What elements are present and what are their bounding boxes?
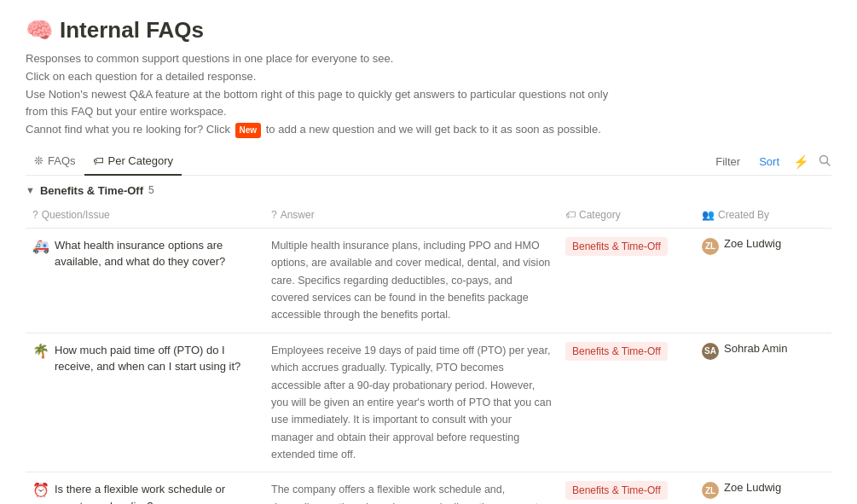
question-text: What health insurance options are availa… — [55, 237, 258, 270]
cell-answer: Employees receive 19 days of paid time o… — [264, 333, 559, 472]
answer-text: Multiple health insurance plans, includi… — [271, 240, 550, 322]
col-header-category: 🏷 Category — [559, 206, 695, 224]
tab-faqs-label: FAQs — [48, 154, 76, 167]
group-count: 5 — [148, 184, 154, 196]
page-title: Internal FAQs — [60, 17, 204, 43]
page-title-row: 🧠 Internal FAQs — [26, 17, 831, 43]
tabs-bar: ❊ FAQs 🏷 Per Category Filter Sort ⚡ — [26, 149, 831, 176]
creator-name: Zoe Ludwig — [724, 237, 781, 250]
col-header-created-by: 👥 Created By — [695, 206, 831, 224]
cell-created-by: ZL Zoe Ludwig — [695, 472, 831, 504]
page-container: 🧠 Internal FAQs Responses to common supp… — [0, 0, 857, 504]
column-headers: ? Question/Issue ? Answer 🏷 Category 👥 C… — [26, 202, 831, 229]
toolbar-right: Filter Sort ⚡ — [710, 152, 831, 171]
cell-created-by: ZL Zoe Ludwig — [695, 229, 831, 264]
cell-category: Benefits & Time-Off — [559, 472, 695, 504]
cell-category: Benefits & Time-Off — [559, 333, 695, 369]
question-emoji: ⏰ — [32, 482, 49, 498]
tab-per-category[interactable]: 🏷 Per Category — [84, 149, 182, 176]
avatar: ZL — [702, 238, 719, 255]
group-name: Benefits & Time-Off — [40, 184, 143, 197]
svg-line-1 — [827, 163, 831, 166]
cell-question: 🚑 What health insurance options are avai… — [26, 229, 264, 279]
question-text: How much paid time off (PTO) do I receiv… — [55, 342, 258, 375]
category-badge: Benefits & Time-Off — [565, 481, 668, 500]
category-col-icon: 🏷 — [565, 209, 576, 221]
question-emoji: 🌴 — [32, 343, 49, 359]
faq-rows-container: 🚑 What health insurance options are avai… — [26, 229, 831, 504]
group-header: ▼ Benefits & Time-Off 5 — [26, 176, 831, 202]
tab-faqs[interactable]: ❊ FAQs — [26, 149, 84, 176]
question-text: Is there a flexible work schedule or rem… — [55, 481, 258, 504]
sort-button[interactable]: Sort — [754, 152, 785, 171]
new-badge[interactable]: New — [235, 123, 262, 138]
question-emoji: 🚑 — [32, 238, 49, 254]
table-row[interactable]: 🚑 What health insurance options are avai… — [26, 229, 831, 333]
search-icon[interactable] — [818, 154, 831, 170]
table-row[interactable]: ⏰ Is there a flexible work schedule or r… — [26, 472, 831, 504]
cell-category: Benefits & Time-Off — [559, 229, 695, 264]
cell-question: ⏰ Is there a flexible work schedule or r… — [26, 472, 264, 504]
avatar: ZL — [702, 482, 719, 499]
answer-text: Employees receive 19 days of paid time o… — [271, 345, 552, 461]
cell-created-by: SA Sohrab Amin — [695, 333, 831, 368]
brain-icon: 🧠 — [26, 17, 53, 43]
question-col-icon: ? — [32, 209, 38, 221]
col-header-answer: ? Answer — [264, 206, 559, 224]
cell-question: 🌴 How much paid time off (PTO) do I rece… — [26, 333, 264, 384]
category-badge: Benefits & Time-Off — [565, 237, 668, 256]
filter-button[interactable]: Filter — [710, 152, 745, 171]
created-by-col-icon: 👥 — [702, 209, 715, 221]
group-toggle[interactable]: ▼ — [26, 185, 35, 195]
table-row[interactable]: 🌴 How much paid time off (PTO) do I rece… — [26, 333, 831, 473]
avatar: SA — [702, 343, 719, 360]
faqs-icon: ❊ — [34, 154, 43, 167]
col-header-question: ? Question/Issue — [26, 206, 264, 224]
per-category-icon: 🏷 — [93, 154, 104, 167]
creator-name: Zoe Ludwig — [724, 481, 781, 494]
answer-text: The company offers a flexible work sched… — [271, 484, 544, 504]
cell-answer: The company offers a flexible work sched… — [264, 472, 559, 504]
answer-col-icon: ? — [271, 209, 277, 221]
creator-name: Sohrab Amin — [724, 342, 787, 355]
category-badge: Benefits & Time-Off — [565, 342, 668, 361]
lightning-icon[interactable]: ⚡ — [793, 154, 809, 170]
cell-answer: Multiple health insurance plans, includi… — [264, 229, 559, 333]
page-description: Responses to common support questions in… — [26, 50, 831, 139]
tab-per-category-label: Per Category — [108, 154, 174, 167]
